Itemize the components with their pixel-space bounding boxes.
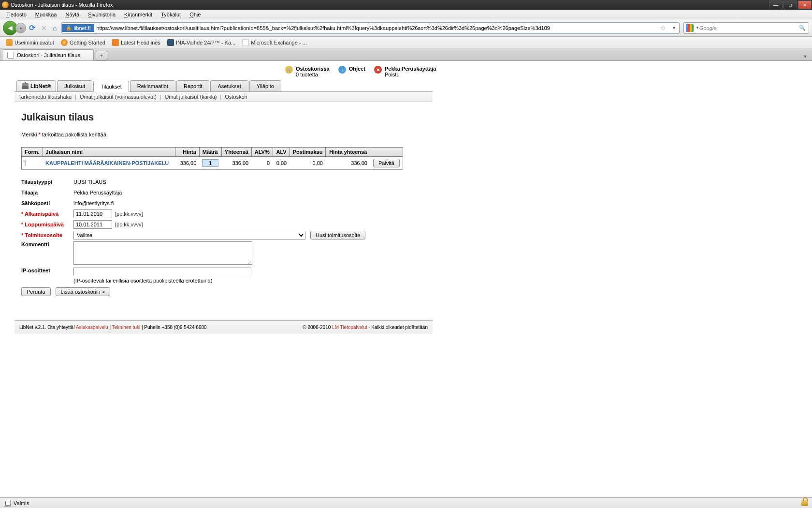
col-vatp: ALV% — [251, 148, 273, 157]
row-action-cell: Päivitä — [370, 157, 403, 170]
footer-link-company[interactable]: LM Tietopalvelut — [332, 325, 367, 330]
tab-julkaisut[interactable]: Julkaisut — [57, 80, 92, 91]
ip-input[interactable] — [73, 268, 251, 276]
comment-textarea[interactable] — [73, 241, 252, 265]
tab-tilaukset[interactable]: Tilaukset — [93, 81, 129, 92]
page-icon — [7, 52, 14, 59]
page-footer: LibNet v.2.1. Ota yhteyttä! Asiakaspalve… — [14, 320, 433, 334]
delivery-address-select[interactable]: Valitse — [73, 231, 305, 239]
bookmark-getting-started[interactable]: Getting Started — [58, 38, 108, 47]
label-order-type: Tilaustyyppi — [21, 179, 73, 185]
menu-tools[interactable]: Työkalut — [157, 11, 185, 18]
start-date-input[interactable] — [73, 209, 112, 218]
bookmark-latest-headlines[interactable]: Latest Headlines — [109, 38, 163, 47]
nav-toolbar: ◄ ▸ ⟳ ✕ ⌂ 🔒 libnet.fi ☆ ▼ ▼ 🔍 — [0, 19, 812, 37]
minimize-button[interactable]: — — [769, 0, 783, 9]
footer-link-support[interactable]: Asiakaspalvelu — [76, 325, 108, 330]
row-form-icon — [22, 157, 43, 170]
row-post: 0,00 — [290, 157, 326, 170]
bookmark-exchange[interactable]: Microsoft Exchange - ... — [239, 38, 310, 47]
col-actions — [370, 148, 403, 157]
label-email: Sähköposti — [21, 200, 73, 206]
order-table: Form. Julkaisun nimi Hinta Määrä Yhteens… — [21, 147, 403, 170]
label-ip: IP-osoitteet — [21, 268, 73, 273]
search-box[interactable]: ▼ 🔍 — [683, 22, 809, 34]
main-tabs: LibNet® Julkaisut Tilaukset Reklamaatiot… — [14, 80, 433, 91]
col-subtotal: Yhteensä — [221, 148, 251, 157]
url-input[interactable] — [94, 25, 657, 31]
search-engine-dropdown-icon[interactable]: ▼ — [696, 26, 699, 30]
cart-label: Ostoskorissa — [296, 66, 330, 72]
status-bar: Valmis — [0, 497, 812, 508]
menu-file[interactable]: Tiedosto — [2, 11, 31, 18]
subnav-own-active[interactable]: Omat julkaisut (voimassa olevat) — [80, 94, 157, 100]
cart-icon: 🛒 — [285, 66, 293, 74]
logout-icon: ✕ — [374, 66, 382, 74]
menu-view[interactable]: Näytä — [61, 11, 84, 18]
tab-reklamaatiot[interactable]: Reklamaatiot — [130, 80, 175, 91]
menu-history[interactable]: Sivuhistoria — [84, 11, 120, 18]
site-identity-badge[interactable]: 🔒 libnet.fi — [62, 24, 94, 32]
url-dropdown-icon[interactable]: ▼ — [669, 26, 679, 30]
stop-button[interactable]: ✕ — [41, 24, 47, 32]
row-subtotal: 336,00 — [221, 157, 251, 170]
new-tab-button[interactable]: + — [96, 51, 107, 60]
menu-edit[interactable]: Muokkaa — [31, 11, 61, 18]
brand-tab[interactable]: LibNet® — [16, 80, 56, 91]
label-orderer: Tilaaja — [21, 190, 73, 195]
tab-bar: Ostoskori - Julkaisun tilaus + ▼ — [0, 48, 812, 61]
tab-asetukset[interactable]: Asetukset — [210, 80, 248, 91]
bookmark-label: Latest Headlines — [121, 40, 160, 45]
menu-help[interactable]: Ohje — [185, 11, 205, 18]
content-area: Julkaisun tilaus Merkki * tarkoittaa pak… — [14, 102, 433, 301]
subnav-cart[interactable]: Ostoskori — [225, 94, 247, 100]
footer-link-tech[interactable]: Tekninen tuki — [112, 325, 140, 330]
search-icon[interactable]: 🔍 — [796, 25, 809, 31]
home-button[interactable]: ⌂ — [53, 24, 57, 32]
row-vatp: 0 — [251, 157, 273, 170]
subnav-advanced-search[interactable]: Tarkennettu tilaushaku — [18, 94, 72, 100]
value-email: info@testiyritys.fi — [73, 200, 114, 206]
folder-icon — [6, 39, 13, 46]
end-date-input[interactable] — [73, 220, 112, 229]
bookmark-ina[interactable]: INA-Vaihde 24/7™ - Ka... — [164, 38, 238, 47]
tab-raportit[interactable]: Raportit — [176, 80, 210, 91]
search-input[interactable] — [699, 25, 796, 31]
menu-bookmarks[interactable]: Kirjanmerkit — [120, 11, 157, 18]
update-button[interactable]: Päivitä — [373, 159, 400, 167]
help-icon: i — [338, 66, 346, 74]
new-address-button[interactable]: Uusi toimitusosoite — [310, 231, 365, 239]
reload-button[interactable]: ⟳ — [29, 23, 35, 32]
subnav-own-all[interactable]: Omat julkaisut (kaikki) — [165, 94, 217, 100]
user-link[interactable]: ✕ Pekka PeruskäyttäjäPoistu — [374, 66, 436, 77]
site-identity-text: libnet.fi — [73, 25, 90, 31]
cart-link[interactable]: 🛒 Ostoskorissa0 tuotetta — [285, 66, 330, 77]
table-row: KAUPPALEHTI MÄÄRÄAIKAINEN-POSTIJAKELU 33… — [22, 157, 403, 170]
maximize-button[interactable]: □ — [783, 0, 797, 9]
forward-button[interactable]: ▸ — [15, 23, 26, 33]
browser-tab[interactable]: Ostoskori - Julkaisun tilaus — [2, 49, 94, 60]
row-vat: 0,00 — [273, 157, 290, 170]
row-total: 336,00 — [326, 157, 370, 170]
ip-hint: (IP-osoiteväli tai erillisiä osoitteita … — [73, 278, 251, 284]
bookmark-most-visited[interactable]: Useimmin avatut — [3, 38, 57, 47]
tab-yllapito[interactable]: Ylläpito — [249, 80, 281, 91]
page-content: 🛒 Ostoskorissa0 tuotetta i Ohjeet ✕ Pekk… — [0, 61, 812, 334]
row-publication-name[interactable]: KAUPPALEHTI MÄÄRÄAIKAINEN-POSTIJAKELU — [43, 157, 175, 170]
qty-input[interactable] — [202, 159, 218, 167]
add-to-cart-button[interactable]: Lisää ostoskoriin > — [56, 287, 110, 296]
col-form: Form. — [22, 148, 43, 157]
rss-icon — [112, 39, 119, 46]
site-icon — [167, 39, 174, 46]
menubar: Tiedosto Muokkaa Näytä Sivuhistoria Kirj… — [0, 10, 812, 19]
url-bar[interactable]: 🔒 libnet.fi ☆ ▼ — [61, 22, 680, 34]
lock-icon: 🔒 — [66, 25, 72, 30]
help-link[interactable]: i Ohjeet — [338, 66, 365, 74]
bookmark-star-icon[interactable]: ☆ — [657, 24, 669, 31]
start-date-hint: [pp.kk.vvvv] — [115, 211, 143, 217]
main-panel: LibNet® Julkaisut Tilaukset Reklamaatiot… — [14, 80, 433, 334]
tab-list-dropdown-icon[interactable]: ▼ — [801, 53, 809, 60]
cancel-button[interactable]: Peruuta — [21, 287, 51, 296]
close-button[interactable]: ✕ — [798, 0, 812, 9]
end-date-hint: [pp.kk.vvvv] — [115, 222, 143, 227]
